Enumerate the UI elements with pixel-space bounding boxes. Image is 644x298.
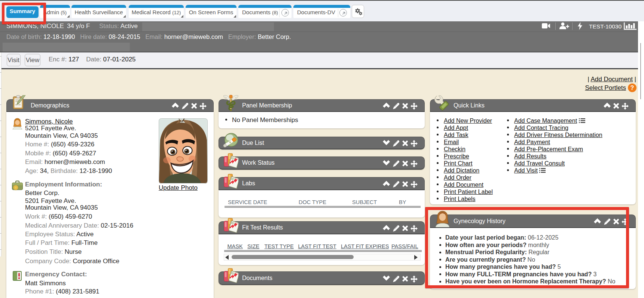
svg-text:?: ? [631, 85, 634, 91]
